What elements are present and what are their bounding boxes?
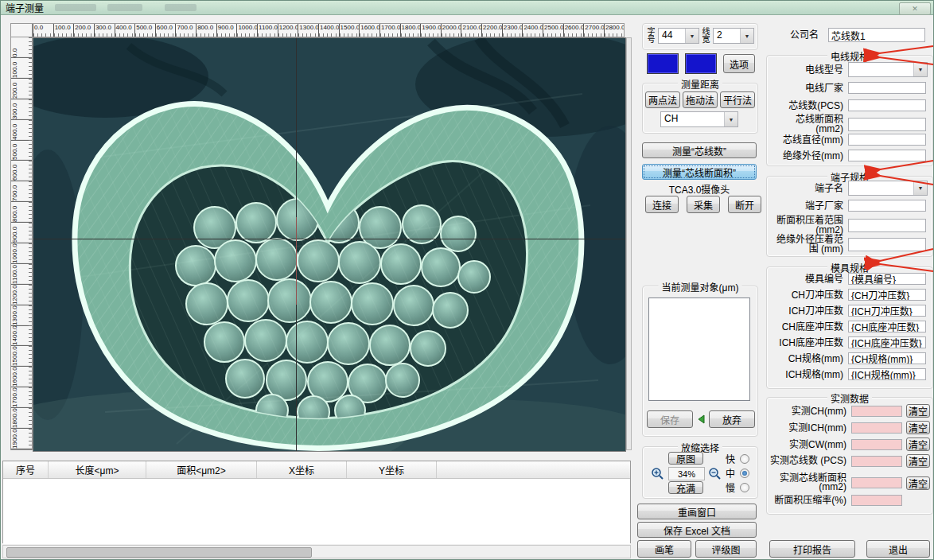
parallel-method-button[interactable]: 平行法 (720, 91, 755, 108)
table-header-row: 序号 长度<μm> 面积<μm2> X坐标 Y坐标 (3, 461, 630, 479)
core-count-label: 芯线数(PCS) (770, 101, 843, 111)
ruler-v: 0.0100.0200.0300.0400.0500.0600.0700.080… (10, 37, 33, 450)
ruler-label: 200.0 (73, 24, 94, 37)
compression-ratio-input[interactable] (851, 495, 902, 506)
clear-ch-button[interactable]: 清空 (906, 404, 930, 418)
measured-ch-label: 实测CH(mm) (770, 406, 846, 416)
measured-cw-input[interactable] (851, 439, 902, 450)
image-viewport[interactable] (33, 37, 626, 452)
ruler-label: 1000.0 (236, 24, 257, 37)
ich-base-count-label: ICH底座冲压数 (770, 338, 843, 348)
wire-spec-title: 电线规格 (827, 49, 872, 63)
close-button[interactable]: ✕ (899, 2, 931, 15)
original-size-button[interactable]: 原图 (668, 452, 703, 465)
measure-distance-title: 测量距离 (678, 77, 722, 91)
ich-blade-count-input[interactable] (848, 305, 926, 317)
measured-data-title: 实测数据 (827, 391, 872, 405)
measured-ich-input[interactable] (851, 422, 902, 434)
zoom-out-icon[interactable] (708, 467, 722, 480)
ch-base-count-input[interactable] (848, 321, 926, 332)
options-button[interactable]: 选项 (723, 54, 755, 73)
camera-label: TCA3.0摄像头 (642, 182, 757, 196)
core-count-input[interactable] (848, 99, 926, 111)
print-report-button[interactable]: 打印报告 (769, 540, 855, 558)
horizontal-scrollbar[interactable] (2, 545, 631, 558)
ruler-label: 0.0 (11, 37, 32, 58)
marker-icon (696, 414, 706, 425)
ruler-label: 1900.0 (420, 24, 441, 37)
measured-ch-input[interactable] (851, 406, 902, 417)
crimp-area-range-label: 断面积压着范围 (mm2) (770, 216, 843, 235)
measure-type-select[interactable]: CH▼ (660, 111, 738, 127)
capture-button[interactable]: 采集 (687, 196, 720, 213)
measured-core-count-input[interactable] (851, 456, 902, 467)
ich-spec-input[interactable] (848, 368, 926, 380)
ruler-label: 2500.0 (543, 24, 563, 37)
save-excel-button[interactable]: 保存 Excel 文档 (637, 522, 757, 538)
crimp-od-range-input[interactable] (848, 238, 926, 251)
fill-button[interactable]: 充满 (668, 481, 703, 494)
drag-method-button[interactable]: 拖动法 (683, 91, 718, 108)
ruler-label: 800.0 (196, 24, 216, 37)
discard-button[interactable]: 放弃 (709, 410, 755, 428)
speed-medium-radio[interactable] (740, 469, 749, 478)
measured-core-area-input[interactable] (851, 477, 902, 488)
titlebar-redacted (107, 4, 142, 11)
ch-base-count-label: CH底座冲压数 (770, 322, 843, 332)
terminal-name-label: 端子名 (770, 184, 843, 193)
crimp-area-range-input[interactable] (848, 219, 926, 232)
wire-maker-input[interactable] (848, 82, 926, 94)
mold-number-input[interactable] (848, 273, 926, 285)
ruler-label: 1300.0 (11, 305, 32, 326)
clear-ich-button[interactable]: 清空 (906, 421, 930, 434)
exit-button[interactable]: 退出 (866, 540, 930, 558)
terminal-maker-input[interactable] (848, 200, 926, 212)
ch-blade-count-input[interactable] (848, 289, 926, 301)
table-body-empty[interactable] (3, 479, 630, 544)
connect-button[interactable]: 连接 (645, 196, 679, 213)
two-point-method-button[interactable]: 两点法 (645, 91, 680, 108)
core-diameter-input[interactable] (848, 134, 926, 146)
mold-number-label: 模具编号 (770, 274, 843, 284)
zoom-select-group: 放缩选择 原图 34% 充满 快 中 慢 (642, 446, 758, 499)
core-area-input[interactable] (848, 118, 926, 131)
line-width-select[interactable]: 2▼ (713, 28, 754, 44)
speed-fast-radio[interactable] (740, 454, 749, 464)
ich-base-count-input[interactable] (848, 336, 926, 348)
redraw-window-button[interactable]: 重画窗口 (637, 504, 757, 519)
current-object-listbox[interactable] (648, 298, 750, 401)
clear-core-area-button[interactable]: 清空 (906, 476, 930, 490)
ich-blade-count-label: ICH刀冲压数 (770, 306, 843, 316)
color-swatch-1[interactable] (647, 53, 679, 74)
rating-chart-button[interactable]: 评级图 (695, 540, 757, 558)
font-size-select[interactable]: 44▼ (658, 28, 699, 44)
titlebar-redacted (165, 4, 197, 11)
measured-core-area-label: 实测芯线断面积 (mm2) (770, 474, 846, 492)
color-swatch-2[interactable] (685, 53, 717, 74)
zoom-in-icon[interactable] (651, 467, 664, 480)
scrollbar-thumb[interactable] (6, 547, 312, 558)
ch-spec-input[interactable] (848, 352, 926, 364)
disconnect-button[interactable]: 断开 (728, 196, 761, 213)
terminal-maker-label: 端子厂家 (770, 201, 843, 211)
brush-button[interactable]: 画笔 (637, 540, 691, 558)
company-input[interactable] (828, 28, 925, 42)
speed-slow-radio[interactable] (740, 483, 749, 492)
measure-core-count-button[interactable]: 测量“芯线数” (642, 142, 757, 158)
save-button[interactable]: 保存 (647, 410, 693, 428)
terminal-name-select[interactable]: ▼ (848, 181, 928, 196)
ruler-label: 2000.0 (441, 24, 461, 37)
compression-ratio-label: 断面积压缩率(%) (770, 496, 846, 505)
clear-core-count-button[interactable]: 清空 (906, 454, 930, 468)
ruler-label: 1900.0 (11, 429, 32, 449)
clear-cw-button[interactable]: 清空 (906, 438, 930, 451)
wire-model-select[interactable]: ▼ (848, 62, 928, 77)
ruler-label: 300.0 (11, 99, 32, 120)
chevron-down-icon: ▼ (913, 181, 927, 195)
app-window: 端子测量 ✕ 0.0100.0200.0300.0400.0500.0600.0… (0, 0, 934, 560)
insulation-od-label: 绝缘外径(mm) (770, 151, 843, 161)
measurement-table: 序号 长度<μm> 面积<μm2> X坐标 Y坐标 (2, 461, 631, 543)
ruler-h: 0.0100.0200.0300.0400.0500.0600.0700.080… (33, 23, 625, 37)
measure-core-area-button[interactable]: 测量“芯线断面积” (642, 164, 757, 180)
insulation-od-input[interactable] (848, 150, 926, 161)
